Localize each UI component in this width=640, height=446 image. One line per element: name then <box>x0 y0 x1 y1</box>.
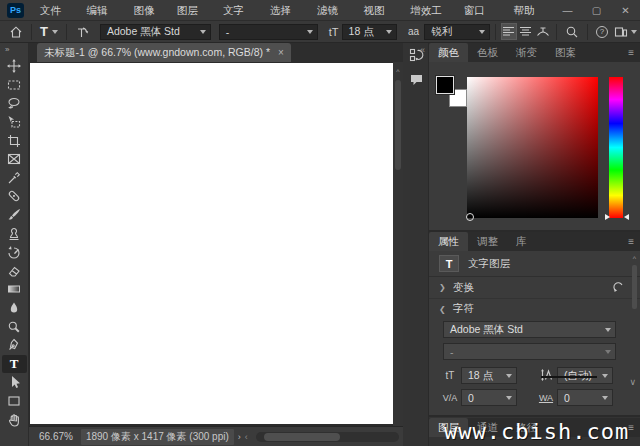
transform-section-header[interactable]: ❯ 变换 <box>429 277 640 298</box>
anti-alias-select[interactable]: 锐利 <box>424 24 489 40</box>
reset-transform-icon[interactable] <box>612 281 624 295</box>
crop-tool[interactable] <box>2 131 27 150</box>
vertical-scrollbar[interactable]: ^ <box>393 62 403 426</box>
warp-text-button[interactable] <box>534 23 551 40</box>
home-icon[interactable] <box>6 23 26 41</box>
menu-plugins[interactable]: 增效工具 <box>403 0 456 21</box>
chevron-down-icon: ❮ <box>439 305 447 314</box>
type-tool-preset-icon[interactable]: T <box>37 23 61 41</box>
hue-slider-handle[interactable] <box>624 214 629 220</box>
document-tab[interactable]: 未标题-1 @ 66.7% (www.gndown.com, RGB/8) * … <box>37 43 291 62</box>
saturation-brightness-field[interactable] <box>467 77 598 218</box>
minimize-button[interactable]: — <box>553 0 582 20</box>
tab-patterns[interactable]: 图案 <box>546 43 585 62</box>
menu-select[interactable]: 选择(S) <box>262 0 309 21</box>
marquee-tool[interactable] <box>2 76 27 95</box>
frame-tool[interactable] <box>2 150 27 169</box>
menu-help[interactable]: 帮助(H) <box>505 0 553 21</box>
tab-color[interactable]: 颜色 <box>429 43 468 62</box>
object-selection-tool[interactable] <box>2 113 27 132</box>
char-font-size-select[interactable]: 18 点 <box>461 367 517 384</box>
help-icon[interactable]: ? <box>593 23 611 41</box>
font-size-select[interactable]: 18 点 <box>342 24 397 40</box>
foreground-color-swatch[interactable] <box>436 76 454 94</box>
align-center-button[interactable] <box>517 23 534 40</box>
tab-properties[interactable]: 属性 <box>429 232 468 251</box>
blur-tool[interactable] <box>2 299 27 318</box>
spot-healing-brush-tool[interactable] <box>2 187 27 206</box>
clone-stamp-tool[interactable] <box>2 224 27 243</box>
properties-scroll-thumb[interactable] <box>632 265 637 309</box>
vertical-scroll-thumb[interactable] <box>395 80 401 170</box>
maximize-button[interactable]: ▢ <box>582 0 611 20</box>
text-orientation-icon[interactable] <box>72 23 92 41</box>
menu-image[interactable]: 图像(I) <box>125 0 168 21</box>
eraser-tool[interactable] <box>2 262 27 281</box>
scroll-up-icon[interactable]: ^ <box>393 68 403 75</box>
divider <box>66 24 67 40</box>
document-canvas[interactable] <box>30 63 393 424</box>
history-brush-tool[interactable] <box>2 243 27 262</box>
dodge-tool[interactable] <box>2 317 27 336</box>
tab-adjustments[interactable]: 调整 <box>468 232 507 251</box>
properties-panel: T 文字图层 ❯ 变换 ❮ 字符 Adobe 黑体 Std <box>429 251 640 415</box>
hue-slider-handle[interactable] <box>605 214 610 220</box>
comments-panel-icon[interactable] <box>403 67 429 91</box>
close-button[interactable]: ✕ <box>611 0 640 20</box>
char-tracking-select[interactable]: 0 <box>557 389 613 406</box>
menu-file[interactable]: 文件(F) <box>32 0 79 21</box>
photoshop-window: Ps 文件(F) 编辑(E) 图像(I) 图层(L) 文字(Y) 选择(S) 滤… <box>0 0 640 446</box>
options-bar: T Adobe 黑体 Std - tT 18 点 aa 锐利 <box>0 21 640 43</box>
toolbar-expand-icon[interactable]: » <box>0 43 28 57</box>
lasso-tool[interactable] <box>2 94 27 113</box>
char-font-style-select[interactable]: - <box>443 343 616 360</box>
tab-gradients[interactable]: 渐变 <box>507 43 546 62</box>
divider <box>429 415 640 417</box>
document-tab-bar: 未标题-1 @ 66.7% (www.gndown.com, RGB/8) * … <box>29 43 403 62</box>
scroll-left-icon[interactable]: ‹ <box>245 432 248 442</box>
char-kerning-select[interactable]: 0 <box>461 389 517 406</box>
menu-filter[interactable]: 滤镜(T) <box>309 0 356 21</box>
move-tool[interactable] <box>2 57 27 76</box>
chevron-down-icon <box>382 25 396 39</box>
search-icon[interactable] <box>562 23 582 41</box>
character-settings-grid: tT 18 点 (自动) <box>429 360 640 411</box>
menu-type[interactable]: 文字(Y) <box>215 0 262 21</box>
align-left-button[interactable] <box>501 23 518 40</box>
color-picker-ring[interactable] <box>466 213 474 221</box>
font-family-select[interactable]: Adobe 黑体 Std <box>100 24 211 40</box>
zoom-level[interactable]: 66.67% <box>39 431 73 442</box>
menu-view[interactable]: 视图(V) <box>356 0 403 21</box>
font-style-select[interactable]: - <box>219 24 318 40</box>
scroll-up-icon[interactable]: ^ <box>631 255 638 262</box>
panels-toggle-icon[interactable] <box>611 23 640 41</box>
gradient-tool[interactable] <box>2 280 27 299</box>
photoshop-logo-icon: Ps <box>7 3 24 18</box>
menu-window[interactable]: 窗口(W) <box>456 0 506 21</box>
eyedropper-tool[interactable] <box>2 169 27 188</box>
menu-layer[interactable]: 图层(L) <box>169 0 215 21</box>
path-selection-tool[interactable] <box>2 373 27 392</box>
menu-edit[interactable]: 编辑(E) <box>78 0 125 21</box>
tab-libraries[interactable]: 库 <box>507 232 536 251</box>
panel-overflow-icon[interactable]: ∨ <box>629 377 636 387</box>
rectangle-tool[interactable] <box>2 392 27 411</box>
horizontal-scroll-thumb[interactable] <box>264 433 340 441</box>
expand-panels-icon[interactable]: « <box>420 45 425 55</box>
status-popup-icon[interactable]: › <box>238 432 241 442</box>
tab-swatches[interactable]: 色板 <box>468 43 507 62</box>
font-size-icon: tT <box>439 370 461 381</box>
pen-tool[interactable] <box>2 336 27 355</box>
properties-scrollbar[interactable]: ^ <box>631 255 638 375</box>
character-section-header[interactable]: ❮ 字符 <box>429 298 640 319</box>
type-tool[interactable]: T <box>2 355 27 374</box>
horizontal-scrollbar[interactable] <box>256 432 399 442</box>
history-panel-icon[interactable] <box>403 43 429 67</box>
hue-slider[interactable] <box>609 77 623 218</box>
panel-menu-icon[interactable]: ≡ <box>628 47 634 58</box>
hand-tool[interactable] <box>2 410 27 429</box>
char-font-family-select[interactable]: Adobe 黑体 Std <box>443 321 616 338</box>
panel-menu-icon[interactable]: ≡ <box>628 236 634 247</box>
brush-tool[interactable] <box>2 206 27 225</box>
close-tab-icon[interactable]: × <box>278 47 284 58</box>
